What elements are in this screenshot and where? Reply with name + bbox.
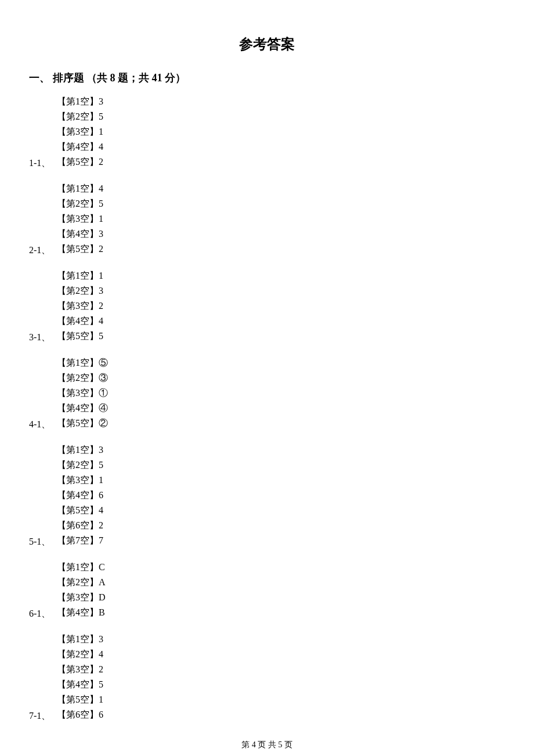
page-footer: 第 4 页 共 5 页 [29,740,505,750]
answer-line: 【第4空】5 [57,677,505,692]
answer-label: 【第1空】 [57,358,99,368]
answer-value: 4 [99,649,103,659]
question-block: 【第1空】⑤【第2空】③【第3空】①【第4空】④【第5空】②4-1、 [29,355,505,431]
answer-value: 1 [99,271,103,280]
answer-value: 3 [99,229,103,239]
answer-value: ① [99,388,108,398]
answer-label: 【第3空】 [57,664,99,674]
answer-line: 【第4空】4 [57,314,505,329]
answer-line: 【第2空】③ [57,370,505,386]
answer-label: 【第1空】 [57,634,99,644]
answer-label: 【第5空】 [57,157,99,167]
page-container: 参考答案 一、 排序题 （共 8 题；共 41 分） 【第1空】3【第2空】5【… [0,0,534,756]
answer-line: 【第4空】6 [57,488,505,503]
answer-line: 【第3空】2 [57,662,505,677]
answer-line: 【第5空】5 [57,329,505,344]
answer-label: 【第3空】 [57,475,99,485]
answer-value: 3 [99,96,103,106]
answer-value: 2 [99,244,103,254]
answer-label: 【第2空】 [57,199,99,208]
answer-label: 【第5空】 [57,244,99,254]
answer-line: 【第3空】1 [57,473,505,488]
answer-label: 【第2空】 [57,373,99,383]
answer-value: ③ [99,373,108,383]
answer-value: 3 [99,286,103,296]
answer-line: 【第6空】6 [57,707,505,722]
answer-value: D [99,592,106,602]
question-block: 【第1空】3【第2空】4【第3空】2【第4空】5【第5空】1【第6空】67-1、 [29,632,505,722]
answer-label: 【第4空】 [57,142,99,152]
answer-line: 【第2空】3 [57,283,505,298]
answer-value: 1 [99,127,103,136]
section-label: 排序题 [53,72,84,84]
answer-label: 【第1空】 [57,562,99,572]
answer-line: 【第3空】1 [57,124,505,139]
answer-lines: 【第1空】C【第2空】A【第3空】D【第4空】B [57,560,505,620]
answer-line: 【第3空】D [57,590,505,605]
page-title: 参考答案 [29,35,505,53]
answer-line: 【第5空】2 [57,154,505,170]
answer-value: ⑤ [99,358,108,368]
answer-label: 【第4空】 [57,316,99,326]
question-number: 6-1、 [29,608,50,620]
answer-line: 【第1空】3 [57,632,505,647]
section-header: 一、 排序题 （共 8 题；共 41 分） [29,71,505,85]
answer-label: 【第7空】 [57,535,99,545]
answer-value: 7 [99,535,103,545]
answer-line: 【第3空】① [57,386,505,401]
answer-label: 【第2空】 [57,577,99,587]
answer-value: ② [99,418,108,428]
question-number: 4-1、 [29,419,50,431]
question-block: 【第1空】3【第2空】5【第3空】1【第4空】4【第5空】21-1、 [29,94,505,170]
answer-line: 【第3空】2 [57,298,505,314]
answer-line: 【第3空】1 [57,211,505,226]
answer-lines: 【第1空】⑤【第2空】③【第3空】①【第4空】④【第5空】② [57,355,505,431]
answer-label: 【第6空】 [57,710,99,719]
answer-value: C [99,562,105,572]
answer-line: 【第2空】5 [57,109,505,124]
answer-line: 【第2空】4 [57,647,505,662]
answer-value: 4 [99,505,103,515]
answer-value: 2 [99,157,103,167]
answer-label: 【第2空】 [57,649,99,659]
section-info: （共 8 题；共 41 分） [86,72,186,84]
answer-line: 【第5空】② [57,416,505,431]
answer-value: B [99,607,105,617]
answer-label: 【第4空】 [57,229,99,239]
answer-value: 1 [99,694,103,704]
answer-value: 3 [99,445,103,455]
answer-lines: 【第1空】4【第2空】5【第3空】1【第4空】3【第5空】2 [57,181,505,257]
answer-value: 5 [99,199,103,208]
answer-line: 【第5空】1 [57,692,505,707]
question-block: 【第1空】C【第2空】A【第3空】D【第4空】B6-1、 [29,560,505,620]
answer-value: 5 [99,331,103,341]
answer-lines: 【第1空】1【第2空】3【第3空】2【第4空】4【第5空】5 [57,268,505,344]
answer-label: 【第5空】 [57,331,99,341]
answer-line: 【第2空】5 [57,196,505,211]
answer-label: 【第5空】 [57,694,99,704]
answer-lines: 【第1空】3【第2空】5【第3空】1【第4空】4【第5空】2 [57,94,505,170]
question-number: 3-1、 [29,332,50,344]
answer-line: 【第5空】2 [57,242,505,257]
answer-line: 【第1空】⑤ [57,355,505,370]
answer-label: 【第4空】 [57,679,99,689]
question-block: 【第1空】4【第2空】5【第3空】1【第4空】3【第5空】22-1、 [29,181,505,257]
answer-line: 【第7空】7 [57,533,505,548]
answer-value: 1 [99,475,103,485]
answer-line: 【第2空】5 [57,458,505,473]
answer-label: 【第2空】 [57,111,99,121]
answer-value: 4 [99,183,103,193]
answer-label: 【第4空】 [57,403,99,413]
answer-value: 2 [99,520,103,530]
answer-line: 【第1空】4 [57,181,505,196]
question-number: 1-1、 [29,157,50,170]
answer-label: 【第1空】 [57,96,99,106]
answer-value: ④ [99,403,108,413]
question-number: 7-1、 [29,710,50,722]
answer-line: 【第4空】3 [57,226,505,242]
answer-label: 【第4空】 [57,607,99,617]
answer-label: 【第5空】 [57,418,99,428]
answer-label: 【第2空】 [57,460,99,470]
question-number: 2-1、 [29,244,50,257]
answer-value: 5 [99,111,103,121]
